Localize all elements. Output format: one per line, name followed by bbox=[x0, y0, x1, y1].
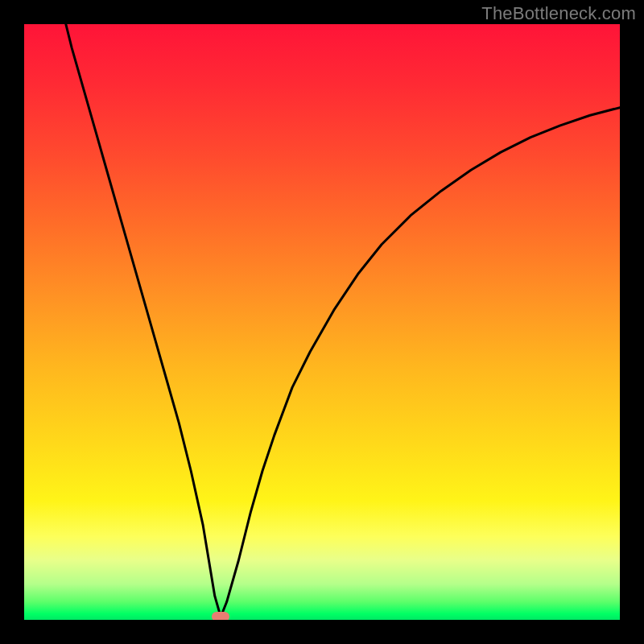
plot-area bbox=[24, 24, 620, 620]
minimum-marker-icon bbox=[212, 612, 229, 620]
watermark-text: TheBottleneck.com bbox=[481, 3, 636, 24]
curve-svg bbox=[24, 24, 620, 620]
bottleneck-curve bbox=[66, 24, 620, 617]
chart-frame: TheBottleneck.com bbox=[0, 0, 644, 644]
